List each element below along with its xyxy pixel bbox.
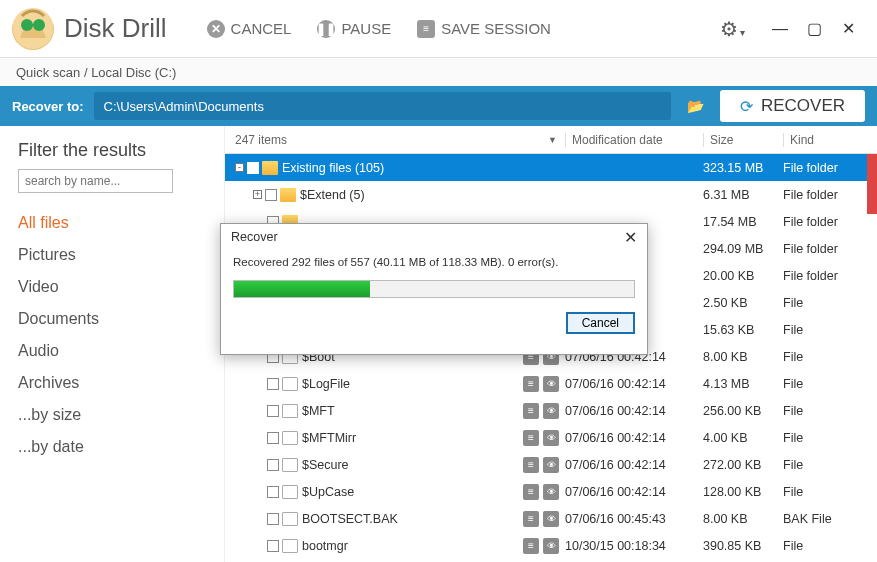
row-name: BOOTSECT.BAK (298, 512, 523, 526)
filter-all-files[interactable]: All files (18, 207, 206, 239)
table-row[interactable]: $MFT≡👁07/06/16 00:42:14256.00 KBFile (225, 397, 877, 424)
save-session-button[interactable]: ≡ SAVE SESSION (417, 20, 551, 38)
svg-point-1 (21, 19, 33, 31)
row-size: 8.00 KB (703, 350, 783, 364)
row-name: $MFTMirr (298, 431, 523, 445)
cancel-icon: ✕ (207, 20, 225, 38)
row-info-icon[interactable]: ≡ (523, 457, 539, 473)
row-name: $Secure (298, 458, 523, 472)
table-row[interactable]: $Secure≡👁07/06/16 00:42:14272.00 KBFile (225, 451, 877, 478)
settings-gear-icon[interactable]: ⚙ (720, 17, 745, 41)
row-checkbox[interactable] (267, 540, 279, 552)
row-info-icon[interactable]: ≡ (523, 430, 539, 446)
filter--by-size[interactable]: ...by size (18, 399, 206, 431)
sort-indicator-icon[interactable]: ▼ (548, 135, 557, 145)
row-checkbox[interactable] (267, 513, 279, 525)
dialog-cancel-button[interactable]: Cancel (566, 312, 635, 334)
row-name: $MFT (298, 404, 523, 418)
col-modification[interactable]: Modification date (565, 133, 703, 147)
row-checkbox[interactable] (267, 459, 279, 471)
row-name: bootmgr (298, 539, 523, 553)
row-name: Existing files (105) (278, 161, 565, 175)
recover-icon: ⟳ (740, 97, 753, 116)
row-info-icon[interactable]: ≡ (523, 538, 539, 554)
row-info-icon[interactable]: ≡ (523, 376, 539, 392)
maximize-button[interactable]: ▢ (803, 18, 825, 40)
minimize-button[interactable]: — (769, 18, 791, 40)
pause-button[interactable]: ❚❚ PAUSE (317, 20, 391, 38)
row-preview-icon[interactable]: 👁 (543, 457, 559, 473)
row-checkbox[interactable] (247, 162, 259, 174)
col-size[interactable]: Size (703, 133, 783, 147)
row-kind: File (783, 431, 877, 445)
row-checkbox[interactable] (265, 189, 277, 201)
expand-toggle[interactable]: - (235, 163, 244, 172)
filter-documents[interactable]: Documents (18, 303, 206, 335)
row-size: 294.09 MB (703, 242, 783, 256)
row-mod-date: 07/06/16 00:45:43 (565, 512, 703, 526)
row-kind: File (783, 296, 877, 310)
file-icon (282, 485, 298, 499)
row-checkbox[interactable] (267, 486, 279, 498)
row-name: $LogFile (298, 377, 523, 391)
progress-bar (233, 280, 635, 298)
table-row[interactable]: $MFTMirr≡👁07/06/16 00:42:144.00 KBFile (225, 424, 877, 451)
items-count: 247 items (235, 133, 287, 147)
row-checkbox[interactable] (267, 432, 279, 444)
scrollbar[interactable] (867, 154, 877, 214)
dialog-close-icon[interactable]: ✕ (624, 228, 637, 247)
row-kind: File (783, 350, 877, 364)
table-row[interactable]: $LogFile≡👁07/06/16 00:42:144.13 MBFile (225, 370, 877, 397)
row-preview-icon[interactable]: 👁 (543, 376, 559, 392)
row-preview-icon[interactable]: 👁 (543, 538, 559, 554)
recover-progress-dialog: Recover ✕ Recovered 292 files of 557 (40… (220, 223, 648, 355)
row-name: $UpCase (298, 485, 523, 499)
table-row[interactable]: -Existing files (105)323.15 MBFile folde… (225, 154, 877, 181)
table-row[interactable]: $UpCase≡👁07/06/16 00:42:14128.00 KBFile (225, 478, 877, 505)
row-info-icon[interactable]: ≡ (523, 403, 539, 419)
column-header: 247 items ▼ Modification date Size Kind (225, 126, 877, 154)
row-preview-icon[interactable]: 👁 (543, 484, 559, 500)
row-size: 272.00 KB (703, 458, 783, 472)
row-kind: File folder (783, 188, 877, 202)
row-size: 8.00 KB (703, 512, 783, 526)
filter--by-date[interactable]: ...by date (18, 431, 206, 463)
row-preview-icon[interactable]: 👁 (543, 511, 559, 527)
cancel-label: CANCEL (231, 20, 292, 37)
col-kind[interactable]: Kind (783, 133, 877, 147)
browse-folder-icon[interactable]: 📂 (687, 98, 704, 114)
filter-pictures[interactable]: Pictures (18, 239, 206, 271)
row-kind: File (783, 404, 877, 418)
breadcrumb-text: Quick scan / Local Disc (C:) (16, 65, 176, 80)
row-mod-date: 07/06/16 00:42:14 (565, 377, 703, 391)
dialog-message: Recovered 292 files of 557 (40.11 MB of … (233, 256, 635, 268)
row-info-icon[interactable]: ≡ (523, 511, 539, 527)
close-button[interactable]: ✕ (837, 18, 859, 40)
filter-audio[interactable]: Audio (18, 335, 206, 367)
row-size: 20.00 KB (703, 269, 783, 283)
row-preview-icon[interactable]: 👁 (543, 403, 559, 419)
search-input[interactable] (18, 169, 173, 193)
folder-icon (262, 161, 278, 175)
row-info-icon[interactable]: ≡ (523, 484, 539, 500)
recover-button[interactable]: ⟳ RECOVER (720, 90, 865, 122)
dialog-title: Recover (231, 230, 278, 244)
table-row[interactable]: bootmgr≡👁10/30/15 00:18:34390.85 KBFile (225, 532, 877, 559)
row-mod-date: 07/06/16 00:42:14 (565, 458, 703, 472)
filter-archives[interactable]: Archives (18, 367, 206, 399)
recover-path-input[interactable] (94, 92, 671, 120)
table-row[interactable]: BOOTSECT.BAK≡👁07/06/16 00:45:438.00 KBBA… (225, 505, 877, 532)
cancel-button[interactable]: ✕ CANCEL (207, 20, 292, 38)
expand-toggle[interactable]: + (253, 190, 262, 199)
row-size: 17.54 MB (703, 215, 783, 229)
titlebar: Disk Drill ✕ CANCEL ❚❚ PAUSE ≡ SAVE SESS… (0, 0, 877, 58)
app-title: Disk Drill (64, 13, 167, 44)
row-checkbox[interactable] (267, 405, 279, 417)
row-preview-icon[interactable]: 👁 (543, 430, 559, 446)
row-kind: File folder (783, 215, 877, 229)
row-name: $Extend (5) (296, 188, 565, 202)
row-checkbox[interactable] (267, 378, 279, 390)
table-row[interactable]: +$Extend (5)6.31 MBFile folder (225, 181, 877, 208)
row-kind: File (783, 377, 877, 391)
filter-video[interactable]: Video (18, 271, 206, 303)
